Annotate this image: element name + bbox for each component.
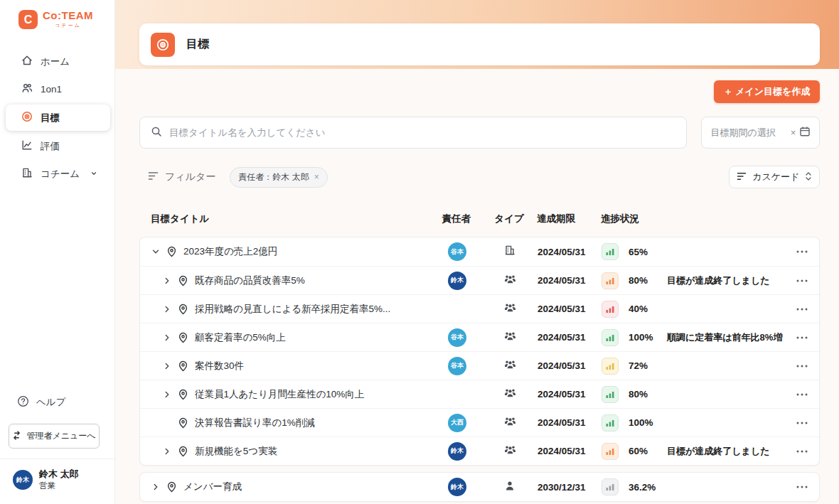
expand-chevron-icon[interactable]	[163, 277, 171, 285]
row-menu-button[interactable]	[782, 308, 808, 311]
current-user[interactable]: 鈴木 鈴木 太郎 営業	[0, 459, 114, 504]
goal-period-select[interactable]: 目標期間の選択 ×	[701, 117, 820, 149]
clear-period-icon[interactable]: ×	[787, 127, 800, 138]
goal-title[interactable]: 2023年度の売上2億円	[183, 245, 277, 258]
progress-percent: 65%	[629, 247, 663, 257]
page-title: 目標	[186, 37, 209, 52]
brand-tagline: コチーム	[43, 22, 93, 29]
owner-avatar: 大西	[448, 414, 466, 432]
group-type-icon	[504, 359, 516, 372]
table-row[interactable]: 新規機能を5つ実装 鈴木 2024/05/31 60% 目標が達成終了しました	[140, 436, 819, 465]
expand-chevron-icon[interactable]	[163, 305, 171, 313]
deadline: 2024/05/31	[538, 275, 602, 286]
table-row[interactable]: 既存商品の品質改善率5% 鈴木 2024/05/31 80% 目標が達成終了しま…	[140, 266, 819, 294]
table-row[interactable]: 顧客定着率の5%向上 谷本 2024/05/31 100% 順調に定着率は前年比…	[140, 323, 819, 351]
filter-icon	[148, 171, 159, 183]
sidebar-item-team[interactable]: コチーム	[0, 160, 114, 188]
sidebar-item-label: コチーム	[41, 168, 80, 181]
goal-title[interactable]: 顧客定着率の5%向上	[195, 331, 286, 344]
table-row[interactable]: 採用戦略の見直しによる新卒採用定着率5%... 2024/05/31 40%	[140, 294, 819, 323]
goal-title[interactable]: 決算報告書誤り率の1%削減	[195, 417, 315, 429]
search-icon	[151, 126, 162, 140]
progress-chart-icon	[602, 301, 619, 318]
group-type-icon	[504, 302, 516, 316]
goal-target-icon	[151, 33, 175, 57]
table-row[interactable]: メンバー育成 鈴木 2030/12/31 36.2%	[140, 473, 819, 501]
goal-title[interactable]: 新規機能を5つ実装	[195, 445, 277, 458]
table-row[interactable]: 案件数30件 谷本 2024/05/31 72%	[140, 351, 819, 380]
calendar-icon	[799, 126, 811, 140]
row-menu-button[interactable]	[782, 250, 808, 253]
sidebar-item-help[interactable]: ヘルプ	[0, 388, 114, 417]
goal-title[interactable]: 採用戦略の見直しによる新卒採用定着率5%...	[195, 303, 390, 316]
owner-avatar: 鈴木	[448, 442, 466, 461]
create-main-goal-button[interactable]: ＋ メイン目標を作成	[714, 80, 821, 103]
column-header-type: タイプ	[481, 213, 537, 225]
expand-chevron-icon[interactable]	[163, 447, 171, 456]
user-name: 鈴木 太郎	[39, 468, 79, 481]
filter-toggle[interactable]: フィルター	[139, 171, 215, 183]
search-input[interactable]	[169, 127, 675, 138]
home-icon	[21, 55, 33, 68]
owner-avatar: 谷本	[448, 357, 466, 375]
goal-pin-icon	[178, 389, 188, 400]
sidebar-item-evaluation[interactable]: 評価	[0, 132, 114, 160]
help-label: ヘルプ	[36, 396, 65, 409]
progress-percent: 40%	[629, 304, 663, 314]
row-menu-button[interactable]	[782, 450, 808, 453]
row-menu-button[interactable]	[782, 336, 808, 339]
table-row[interactable]: 従業員1人あたり月間生産性の10%向上 2024/05/31 80%	[140, 380, 819, 408]
goal-title[interactable]: 案件数30件	[195, 360, 244, 372]
table-row[interactable]: 決算報告書誤り率の1%削減 大西 2024/05/31 100%	[140, 408, 819, 436]
row-menu-button[interactable]	[782, 279, 808, 282]
expand-chevron-icon[interactable]	[163, 333, 171, 342]
progress-chart-icon	[602, 478, 619, 495]
deadline: 2024/05/31	[538, 304, 602, 314]
goal-title[interactable]: メンバー育成	[183, 481, 242, 493]
brand-logo[interactable]: C Co:TEAM コチーム	[0, 0, 114, 39]
column-header-owner: 責任者	[432, 213, 481, 225]
column-header-progress: 進捗状況	[601, 213, 783, 225]
goal-title[interactable]: 従業員1人あたり月間生産性の10%向上	[195, 388, 364, 401]
sidebar-item-home[interactable]: ホーム	[0, 48, 114, 75]
company-type-icon	[504, 245, 515, 259]
target-icon	[21, 111, 33, 124]
progress-note: 順調に定着率は前年比8%増	[667, 331, 782, 344]
deadline: 2024/05/31	[538, 417, 602, 428]
admin-menu-button[interactable]: 管理者メニューへ	[9, 424, 100, 449]
progress-percent: 60%	[629, 446, 663, 456]
goal-pin-icon	[178, 304, 188, 315]
progress-percent: 100%	[629, 417, 663, 428]
main-area: 目標 ＋ メイン目標を作成 目標期間の選択 ×	[115, 0, 839, 504]
deadline: 2024/05/31	[538, 332, 602, 343]
goal-title[interactable]: 既存商品の品質改善率5%	[195, 274, 305, 287]
expand-chevron-icon[interactable]	[163, 362, 171, 370]
row-menu-button[interactable]	[782, 422, 808, 424]
sidebar-item-1on1[interactable]: 1on1	[0, 75, 114, 103]
sidebar-item-goals[interactable]: 目標	[6, 104, 110, 131]
expand-chevron-icon[interactable]	[151, 483, 160, 491]
collapse-chevron-icon[interactable]	[151, 247, 160, 256]
row-menu-button[interactable]	[782, 393, 808, 396]
deadline: 2024/05/31	[538, 360, 602, 371]
owner-avatar: 谷本	[448, 242, 466, 261]
progress-percent: 80%	[629, 275, 663, 286]
goal-pin-icon	[166, 481, 177, 493]
progress-percent: 72%	[629, 360, 663, 371]
deadline: 2024/05/31	[538, 446, 602, 456]
brand-name: Co:TEAM	[43, 10, 93, 21]
view-mode-select[interactable]: カスケード	[729, 166, 820, 188]
group-type-icon	[504, 444, 516, 458]
goal-pin-icon	[178, 360, 188, 372]
filter-chip-owner[interactable]: 責任者：鈴木 太郎 ×	[230, 167, 327, 188]
select-arrows-icon	[805, 171, 812, 183]
remove-filter-icon[interactable]: ×	[314, 172, 319, 182]
owner-avatar: 鈴木	[448, 478, 466, 496]
sidebar-item-label: 評価	[41, 140, 60, 153]
expand-chevron-icon[interactable]	[163, 390, 171, 399]
row-menu-button[interactable]	[782, 365, 808, 368]
deadline: 2024/05/31	[538, 389, 602, 400]
deadline: 2030/12/31	[538, 482, 602, 493]
row-menu-button[interactable]	[782, 486, 808, 488]
table-row[interactable]: 2023年度の売上2億円 谷本 2024/05/31 65%	[140, 237, 819, 266]
